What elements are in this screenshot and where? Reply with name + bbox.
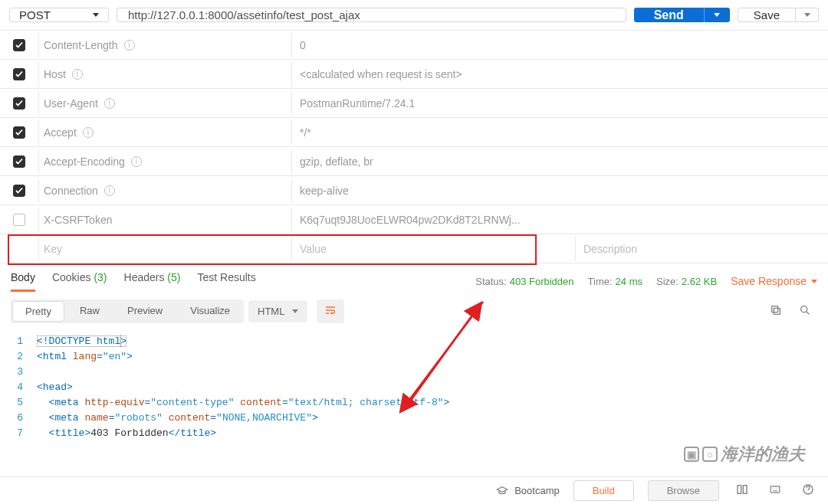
- view-visualize[interactable]: Visualize: [176, 299, 244, 323]
- header-value-placeholder[interactable]: Value: [291, 237, 575, 261]
- tab-body[interactable]: Body: [11, 271, 35, 291]
- info-icon: i: [104, 185, 115, 196]
- info-icon: i: [83, 127, 94, 138]
- header-enabled-checkbox[interactable]: [13, 126, 25, 139]
- chevron-down-icon: [714, 13, 720, 17]
- header-row: Accept-Encodingigzip, deflate, br: [0, 147, 828, 176]
- header-key[interactable]: Accepti: [38, 120, 291, 145]
- view-pretty[interactable]: Pretty: [12, 301, 64, 322]
- tab-headers[interactable]: Headers (5): [124, 271, 181, 291]
- info-icon: i: [131, 156, 142, 167]
- svg-rect-5: [738, 486, 741, 494]
- header-description-placeholder[interactable]: Description: [575, 237, 828, 261]
- graduation-cap-icon: [496, 485, 508, 497]
- search-icon: [799, 304, 811, 316]
- chevron-down-icon: [804, 13, 810, 17]
- svg-point-2: [801, 306, 807, 313]
- help-icon: [802, 483, 814, 496]
- chevron-down-icon: [811, 280, 817, 283]
- info-icon: i: [72, 69, 83, 80]
- response-body-code[interactable]: 1 <!DOCTYPE html> 2 <html lang="en"> 3 4…: [0, 331, 828, 441]
- help-icon-button[interactable]: [799, 480, 817, 501]
- keyboard-icon: [768, 484, 782, 495]
- header-enabled-checkbox[interactable]: [13, 185, 25, 197]
- method-select[interactable]: POST: [9, 8, 109, 22]
- header-value[interactable]: keep-alive: [291, 178, 828, 203]
- header-key[interactable]: X-CSRFToken: [38, 208, 291, 232]
- header-row: Accepti*/*: [0, 118, 828, 147]
- svg-rect-0: [774, 308, 780, 314]
- info-icon: i: [124, 40, 135, 51]
- header-value[interactable]: gzip, deflate, br: [291, 149, 828, 174]
- view-raw[interactable]: Raw: [66, 299, 113, 323]
- copy-icon: [770, 304, 782, 316]
- svg-rect-7: [770, 486, 780, 493]
- chevron-down-icon: [93, 13, 99, 17]
- header-value[interactable]: 0: [291, 33, 828, 57]
- info-icon: i: [104, 98, 115, 109]
- header-value[interactable]: PostmanRuntime/7.24.1: [291, 91, 828, 116]
- panes-icon: [736, 483, 748, 496]
- panes-icon-button[interactable]: [733, 480, 751, 501]
- save-button[interactable]: Save: [738, 8, 796, 22]
- header-enabled-checkbox[interactable]: [13, 155, 25, 168]
- response-language-select[interactable]: HTML: [248, 300, 307, 322]
- header-key[interactable]: Accept-Encodingi: [38, 149, 291, 174]
- watermark: ▣○ 海洋的渔夫: [684, 443, 805, 466]
- send-dropdown-button[interactable]: [704, 8, 730, 22]
- header-row: X-CSRFTokenK6q7uqt9J8UocELWR04pw2DKd8T2L…: [0, 205, 828, 234]
- svg-rect-1: [772, 306, 778, 313]
- header-value[interactable]: K6q7uqt9J8UocELWR04pw2DKd8T2LRNWj...: [291, 208, 828, 232]
- footer-tab-build[interactable]: Build: [573, 480, 634, 501]
- header-key[interactable]: Connectioni: [38, 178, 291, 203]
- header-row: Hosti<calculated when request is sent>: [0, 60, 828, 89]
- bootcamp-button[interactable]: Bootcamp: [496, 485, 560, 497]
- save-response-button[interactable]: Save Response: [731, 275, 817, 287]
- url-input[interactable]: [117, 8, 626, 22]
- response-size: Size: 2.62 KB: [656, 276, 717, 287]
- headers-placeholder-row: Key Value Description: [0, 234, 828, 263]
- view-preview[interactable]: Preview: [113, 299, 176, 323]
- header-enabled-checkbox[interactable]: [13, 39, 25, 51]
- footer-tab-browse[interactable]: Browse: [648, 480, 719, 501]
- keyboard-icon-button[interactable]: [765, 481, 785, 500]
- svg-rect-6: [743, 486, 747, 494]
- wrap-lines-button[interactable]: [317, 299, 344, 323]
- header-value[interactable]: <calculated when request is sent>: [291, 62, 828, 87]
- status-bar: Bootcamp Build Browse: [0, 476, 828, 504]
- response-status: Status: 403 Forbidden: [475, 276, 573, 287]
- header-key-placeholder[interactable]: Key: [38, 237, 291, 261]
- send-button[interactable]: Send: [634, 8, 704, 22]
- header-enabled-checkbox[interactable]: [13, 97, 25, 110]
- header-row: Content-Lengthi0: [0, 31, 828, 60]
- header-enabled-checkbox[interactable]: [13, 68, 25, 80]
- tab-cookies[interactable]: Cookies (3): [52, 271, 107, 291]
- header-key[interactable]: Content-Lengthi: [38, 33, 291, 57]
- header-row: Connectionikeep-alive: [0, 176, 828, 205]
- header-enabled-checkbox[interactable]: [13, 214, 25, 226]
- chevron-down-icon: [292, 309, 298, 313]
- header-key[interactable]: Hosti: [38, 62, 291, 87]
- search-response-button[interactable]: [793, 299, 817, 323]
- header-row: User-AgentiPostmanRuntime/7.24.1: [0, 89, 828, 118]
- header-key[interactable]: User-Agenti: [38, 91, 291, 116]
- wrap-icon: [324, 304, 337, 316]
- response-time: Time: 24 ms: [588, 276, 642, 287]
- method-value: POST: [19, 8, 51, 21]
- save-dropdown-button[interactable]: [796, 8, 819, 22]
- tab-test-results[interactable]: Test Results: [197, 271, 255, 291]
- response-view-tabs: Pretty Raw Preview Visualize: [11, 299, 244, 323]
- headers-table: Content-Lengthi0Hosti<calculated when re…: [0, 30, 828, 263]
- copy-response-button[interactable]: [764, 299, 788, 323]
- header-value[interactable]: */*: [291, 120, 828, 145]
